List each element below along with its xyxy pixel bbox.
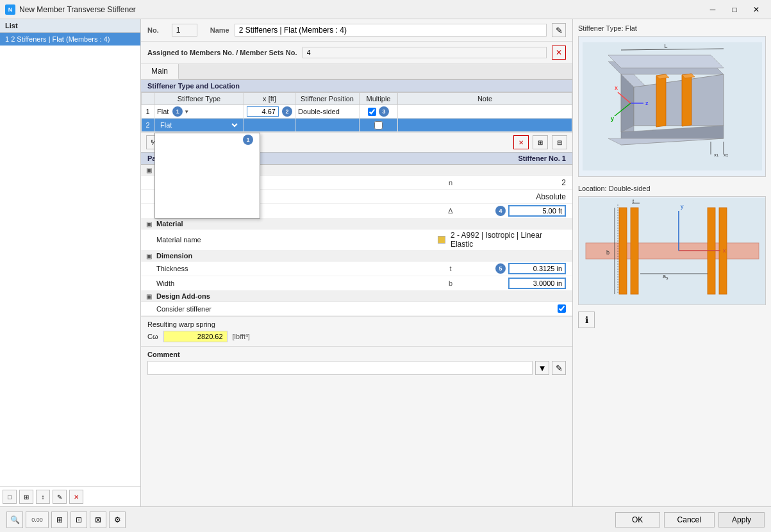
2d-svg: x y t b as	[579, 198, 765, 304]
row2-mult-checkbox[interactable]	[374, 121, 383, 129]
dropdown-item-col-start[interactable]: Connecting column | Start	[155, 187, 260, 197]
material-header[interactable]: ▣ Material	[141, 219, 572, 229]
assigned-input[interactable]	[303, 47, 547, 58]
comment-edit-button[interactable]: ✎	[552, 361, 566, 375]
offset-input[interactable]	[508, 205, 566, 217]
name-edit-button[interactable]: ✎	[552, 23, 566, 37]
warp-value-input	[163, 331, 228, 342]
bottom-bar: 🔍 0.00 ⊞ ⊡ ⊠ ⚙ OK Cancel Apply	[0, 506, 771, 532]
thickness-input[interactable]	[508, 263, 566, 274]
width-label: Width	[156, 279, 438, 287]
col-note-header: Note	[398, 93, 572, 105]
col-type-header: Stiffener Type	[154, 93, 244, 105]
copy-row-button[interactable]: ⊞	[533, 135, 548, 149]
design-addons-title: Design Add-ons	[156, 292, 210, 300]
2d-visualization: x y t b as	[578, 196, 766, 305]
left-panel: List 1 2 Stiffeners | Flat (Members : 4)…	[0, 19, 141, 506]
dropdown-item-warp[interactable]: Warping restraint	[155, 208, 260, 218]
dropdown-item-channel[interactable]: Channel section	[155, 167, 260, 177]
coord-button[interactable]: 0.00	[26, 511, 49, 528]
name-section: Name ✎	[210, 23, 566, 37]
row1-pos-cell: Double-sided	[295, 105, 360, 119]
new-button[interactable]: □	[3, 490, 17, 504]
tab-main[interactable]: Main	[141, 64, 179, 79]
cancel-button[interactable]: Cancel	[664, 512, 715, 528]
design-addons-group: ▣ Design Add-ons Consider stiffener	[141, 291, 572, 316]
location-label: Location: Double-sided	[578, 185, 766, 192]
settings-button[interactable]: ⚙	[109, 511, 126, 528]
delete-row-button[interactable]: ✕	[513, 135, 529, 149]
warp-spring-section: Resulting warp spring Cω [lbfft³]	[141, 316, 572, 346]
dropdown-item-angle[interactable]: Angle	[155, 177, 260, 187]
dimension-header[interactable]: ▣ Dimension	[141, 251, 572, 262]
design-addons-header[interactable]: ▣ Design Add-ons	[141, 291, 572, 302]
copy-button[interactable]: ⊞	[19, 490, 33, 504]
minimize-button[interactable]: ─	[703, 3, 722, 16]
name-label: Name	[210, 26, 229, 34]
dimension-collapse-icon: ▣	[146, 253, 154, 260]
snap-button[interactable]: ⊡	[70, 511, 87, 528]
row1-note-cell	[398, 105, 572, 119]
close-button[interactable]: ✕	[747, 3, 766, 16]
assigned-clear-button[interactable]: ✕	[552, 46, 566, 60]
main-container: List 1 2 Stiffeners | Flat (Members : 4)…	[0, 19, 771, 506]
dropdown-item-col-end[interactable]: Connecting column | End	[155, 197, 260, 208]
delete-left-button[interactable]: ✕	[69, 490, 83, 504]
dropdown-item-end-start[interactable]: End plate | Start	[155, 146, 260, 156]
3d-visualization: y x z L x₁ x₂	[578, 36, 766, 177]
consider-stiffener-label: Consider stiffener	[156, 305, 438, 313]
consider-stiffener-row: Consider stiffener	[141, 302, 572, 316]
thickness-value: 5	[463, 263, 566, 274]
annotation-4: 4	[495, 206, 506, 216]
annotation-1: 1	[172, 106, 183, 117]
name-input[interactable]	[235, 24, 547, 37]
width-input[interactable]	[508, 278, 566, 289]
svg-rect-26	[586, 243, 759, 259]
svg-marker-2	[608, 55, 724, 68]
row1-x-cell[interactable]: 2	[244, 105, 295, 119]
dropdown-item-end-end[interactable]: End plate | End	[155, 156, 260, 167]
table-row: 1 Flat 1 ▼ 2	[142, 105, 572, 119]
consider-stiffener-checkbox[interactable]	[558, 304, 566, 313]
list-item[interactable]: 1 2 Stiffeners | Flat (Members : 4)	[0, 33, 140, 46]
svg-text:x: x	[615, 85, 618, 91]
warp-spring-row: Cω [lbfft³]	[147, 331, 566, 342]
maximize-button[interactable]: □	[725, 3, 744, 16]
row1-mult-checkbox[interactable]	[368, 108, 376, 116]
grid-button[interactable]: ⊞	[51, 511, 68, 528]
3d-svg: y x z L x₁ x₂	[583, 42, 762, 170]
material-name-text: 2 - A992 | Isotropic | Linear Elastic	[451, 231, 566, 249]
comment-input[interactable]	[147, 361, 533, 375]
row1-no: 1	[142, 105, 154, 119]
svg-text:y: y	[681, 203, 684, 210]
zoom-button[interactable]: 🔍	[6, 511, 23, 528]
move-button[interactable]: ↕	[36, 490, 50, 504]
warp-sym: Cω	[147, 333, 158, 340]
row2-pos-cell	[295, 119, 360, 132]
row1-type-cell: Flat 1 ▼	[154, 105, 244, 119]
content-area: Stiffener Type and Location Stiffener Ty…	[141, 79, 572, 506]
svg-text:L: L	[664, 43, 667, 49]
dropdown-item-flat[interactable]: Flat 1	[155, 133, 260, 146]
material-name-label: Material name	[156, 236, 412, 244]
offset-value: 4	[463, 205, 566, 217]
center-panel: No. 1 Name ✎ Assigned to Members No. / M…	[141, 19, 572, 506]
info-button[interactable]: ℹ	[578, 312, 595, 328]
row1-x-input[interactable]	[247, 106, 279, 117]
row2-type-select[interactable]: Flat End plate | Start End plate | End C…	[157, 120, 240, 130]
ok-button[interactable]: OK	[615, 512, 660, 528]
table-view-button[interactable]: ⊟	[552, 135, 567, 149]
consider-stiffener-value	[463, 304, 566, 313]
filter-button[interactable]: ⊠	[90, 511, 106, 528]
assigned-label: Assigned to Members No. / Member Sets No…	[147, 49, 297, 56]
material-swatch	[438, 236, 445, 244]
tabs: Main	[141, 64, 572, 79]
svg-marker-11	[682, 74, 692, 126]
design-addons-collapse-icon: ▣	[146, 293, 154, 300]
info-section: ℹ	[578, 312, 766, 328]
row2-type-cell: Flat End plate | Start End plate | End C…	[154, 119, 244, 132]
rename-button[interactable]: ✎	[53, 490, 67, 504]
apply-button[interactable]: Apply	[718, 512, 765, 528]
no-section: No.	[147, 26, 159, 34]
comment-dropdown-button[interactable]: ▼	[535, 361, 549, 375]
